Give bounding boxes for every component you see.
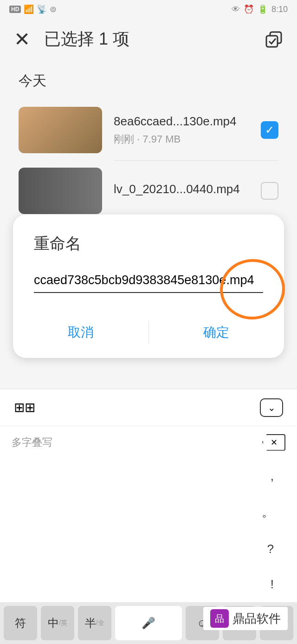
header: ✕ 已选择 1 项: [0, 19, 297, 60]
hd-icon: HD: [9, 6, 21, 13]
file-info: 8ea6ccaed...130e.mp4 刚刚 · 7.97 MB: [114, 114, 249, 146]
watermark: 品 鼎品软件: [203, 607, 288, 630]
grid-icon[interactable]: ⊞⊞: [14, 400, 35, 415]
file-item[interactable]: 8ea6ccaed...130e.mp4 刚刚 · 7.97 MB ✓: [19, 100, 278, 160]
dialog-buttons: 取消 确定: [13, 316, 284, 349]
rename-dialog: 重命名 取消 确定: [13, 215, 284, 358]
status-right: 👁 ⏰ 🔋 8:10: [232, 4, 288, 14]
alarm-icon: ⏰: [244, 4, 254, 14]
filename-input[interactable]: [34, 268, 263, 293]
file-name: 8ea6ccaed...130e.mp4: [114, 114, 249, 129]
symbol-key[interactable]: ,: [271, 469, 274, 483]
watermark-icon: 品: [210, 609, 229, 628]
symbol-column: , 。 ? !: [0, 458, 297, 602]
input-wrapper: [13, 268, 284, 293]
keyboard-toolbar: ⊞⊞ ⌄: [0, 389, 297, 426]
close-icon[interactable]: ✕: [14, 28, 30, 51]
symbol-key[interactable]: 。: [262, 504, 274, 520]
space-key[interactable]: 🎤: [115, 606, 182, 640]
file-info: lv_0_20210...0440.mp4: [114, 182, 249, 200]
section-today: 今天: [0, 60, 297, 100]
video-thumbnail: [19, 107, 102, 153]
watermark-text: 鼎品软件: [232, 611, 281, 627]
symbol-key[interactable]: !: [271, 577, 274, 592]
candidate-bar: 多字叠写 ✕: [0, 426, 297, 458]
file-meta: 刚刚 · 7.97 MB: [114, 132, 249, 146]
status-bar: HD 📶 📡 ⊚ 👁 ⏰ 🔋 8:10: [0, 0, 297, 19]
file-checkbox[interactable]: ✓: [261, 121, 278, 139]
file-name: lv_0_20210...0440.mp4: [114, 182, 249, 196]
cancel-button[interactable]: 取消: [13, 316, 148, 349]
sync-icon: ⊚: [50, 4, 57, 14]
language-key[interactable]: 中/英: [41, 606, 74, 640]
backspace-icon[interactable]: ✕: [262, 434, 285, 451]
svg-rect-1: [266, 36, 278, 47]
wifi-icon: 📡: [37, 4, 47, 14]
file-item[interactable]: lv_0_20210...0440.mp4: [19, 161, 278, 221]
eye-icon: 👁: [232, 5, 240, 14]
page-title: 已选择 1 项: [44, 28, 251, 51]
clock-text: 8:10: [271, 5, 288, 14]
symbol-key[interactable]: ?: [267, 542, 274, 556]
dialog-title: 重命名: [13, 233, 284, 268]
candidate-text: 多字叠写: [12, 436, 52, 449]
symbol-mode-key[interactable]: 符: [4, 606, 37, 640]
keyboard: ⊞⊞ ⌄ 多字叠写 ✕ , 。 ? ! 符 中/英 半/全 🎤 ☺: [0, 389, 297, 644]
collapse-keyboard-icon[interactable]: ⌄: [260, 398, 283, 417]
battery-icon: 🔋: [258, 4, 268, 14]
select-all-icon[interactable]: [265, 30, 283, 49]
width-key[interactable]: 半/全: [78, 606, 111, 640]
status-left: HD 📶 📡 ⊚: [9, 4, 57, 14]
file-checkbox[interactable]: [261, 182, 278, 200]
confirm-button[interactable]: 确定: [149, 316, 284, 349]
signal-icon: 📶: [24, 4, 34, 14]
video-thumbnail: [19, 168, 102, 214]
file-list: 8ea6ccaed...130e.mp4 刚刚 · 7.97 MB ✓ lv_0…: [0, 100, 297, 221]
